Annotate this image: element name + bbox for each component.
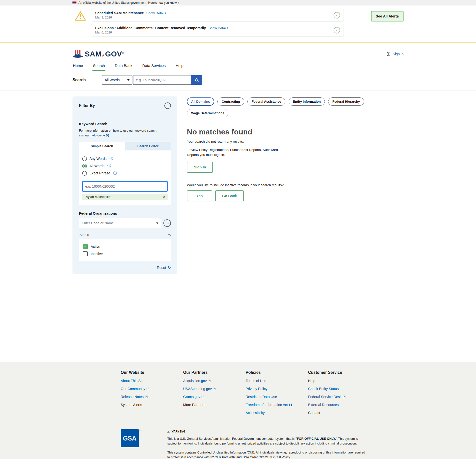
warning-heading: WARNING <box>172 430 185 434</box>
alert-close-button[interactable]: × <box>334 27 340 33</box>
search-submit-button[interactable] <box>191 75 202 85</box>
footer-link-our-community[interactable]: Our Community <box>121 387 183 391</box>
radio-label: Any Words <box>89 157 106 161</box>
nav-item-home[interactable]: Home <box>72 61 83 71</box>
collapse-filters-button[interactable]: − <box>164 102 171 109</box>
pill-all-domains[interactable]: All Domains <box>187 97 214 106</box>
footer-link-label: Freedom of Information Act <box>246 403 288 407</box>
simple-search-body: Any Words ⓘ All Words ⓘ Exact Phrase ⓘ "… <box>79 150 171 205</box>
radio-all-words[interactable]: All Words ⓘ <box>82 164 168 168</box>
footer-link-system-alerts[interactable]: System Alerts <box>121 403 183 407</box>
external-link-icon <box>289 404 292 406</box>
header-sign-in[interactable]: Sign In <box>386 52 404 56</box>
footer-link-contact[interactable]: Contact <box>308 411 371 415</box>
sam-gov-logo[interactable]: SAM★GOV® <box>72 49 124 58</box>
see-all-alerts-button[interactable]: See All Alerts <box>371 11 404 21</box>
inactive-records-question: Would you like to include inactive recor… <box>187 183 404 187</box>
external-link-icon <box>106 134 109 137</box>
footer-link-about-this-site[interactable]: About This Site <box>121 379 183 383</box>
footer-link-acquisition-gov[interactable]: Acquisition.gov <box>183 379 246 383</box>
external-link-icon <box>201 396 204 398</box>
footer-link-check-entity-status[interactable]: Check Entity Status <box>308 387 371 391</box>
nav-item-data-bank[interactable]: Data Bank <box>114 61 133 71</box>
chip-remove-icon[interactable]: × <box>163 195 165 199</box>
info-icon[interactable]: ⓘ <box>113 171 117 175</box>
footer-link-label: External Resources <box>308 403 339 407</box>
sign-in-button[interactable]: Sign In <box>187 162 213 173</box>
registered-mark: ® <box>139 429 141 432</box>
search-scope-select[interactable]: All Words <box>102 75 132 85</box>
tab-simple-search[interactable]: Simple Search <box>79 142 125 150</box>
warning-text-bold: "FOR OFFICIAL USE ONLY." <box>295 437 337 441</box>
info-icon[interactable]: ⓘ <box>107 164 111 168</box>
chevron-down-icon: ▾ <box>178 1 179 4</box>
footer-link-accessibility[interactable]: Accessibility <box>246 411 308 415</box>
footer-link-label: More Partners <box>183 403 205 407</box>
yes-button[interactable]: Yes <box>187 190 212 201</box>
nav-item-help[interactable]: Help <box>175 61 184 71</box>
help-guide-link[interactable]: help guide <box>91 133 109 138</box>
pill-wage-determinations[interactable]: Wage Determinations <box>187 109 228 117</box>
footer-link-usaspending-gov[interactable]: USASpending.gov <box>183 387 246 391</box>
footer-column-heading: Our Partners <box>183 370 246 375</box>
footer-link-label: Acquisition.gov <box>183 379 207 383</box>
global-search-input[interactable] <box>133 75 191 85</box>
minus-icon: − <box>167 104 169 108</box>
warning-block: ⚠ WARNING This is a U.S. General Service… <box>167 429 365 459</box>
warning-icon: ⚠ <box>167 429 170 434</box>
info-icon[interactable]: ⓘ <box>109 156 113 161</box>
gov-banner-link[interactable]: Here’s how you know ▾ <box>148 1 179 4</box>
footer-link-terms-of-use[interactable]: Terms of Use <box>246 379 308 383</box>
checkbox-inactive[interactable]: Inactive <box>83 251 167 256</box>
tab-search-editor[interactable]: Search Editor <box>125 142 171 150</box>
sign-in-label: Sign In <box>393 52 404 56</box>
keyword-search-input[interactable] <box>82 181 168 192</box>
footer-link-label: About This Site <box>121 379 144 383</box>
site-header: SAM★GOV® Sign In <box>72 43 404 59</box>
footer-link-more-partners[interactable]: More Partners <box>183 403 246 407</box>
pill-entity-information[interactable]: Entity Information <box>289 97 325 106</box>
radio-circle-icon <box>82 156 87 161</box>
footer-link-foia[interactable]: Freedom of Information Act <box>246 403 308 407</box>
alert-warning-icon <box>75 11 86 21</box>
go-back-button[interactable]: Go Back <box>215 190 244 201</box>
close-icon: × <box>336 13 338 17</box>
nav-item-search[interactable]: Search <box>92 61 105 71</box>
search-strip-label: Search <box>72 78 102 82</box>
combobox-caret-icon[interactable] <box>156 222 158 224</box>
footer-column-heading: Customer Service <box>308 370 371 375</box>
footer-column-heading: Policies <box>246 370 308 375</box>
keyword-chip: "Aylan Macabalitao" × <box>82 194 168 200</box>
footer-link-grants-gov[interactable]: Grants.gov <box>183 395 246 399</box>
footer-link-external-resources[interactable]: External Resources <box>308 403 371 407</box>
footer-link-federal-service-desk[interactable]: Federal Service Desk <box>308 395 371 399</box>
alert-date: Mar 9, 2026 <box>95 16 329 19</box>
pill-contracting[interactable]: Contracting <box>217 97 244 106</box>
footer-link-label: Terms of Use <box>246 379 266 383</box>
footer-column-policies: Policies Terms of Use Privacy Policy Res… <box>246 370 308 419</box>
alert-show-details-link[interactable]: Show Details <box>146 11 166 15</box>
gov-banner-text: An official website of the United States… <box>78 1 146 4</box>
footer-link-label: Restricted Data Use <box>246 395 277 399</box>
footer-link-privacy-policy[interactable]: Privacy Policy <box>246 387 308 391</box>
footer-link-label: System Alerts <box>121 403 142 407</box>
pill-federal-assistance[interactable]: Federal Assistance <box>247 97 285 106</box>
nav-item-data-services[interactable]: Data Services <box>142 61 166 71</box>
footer-link-release-notes[interactable]: Release Notes <box>121 395 183 399</box>
footer-link-restricted-data-use[interactable]: Restricted Data Use <box>246 395 308 399</box>
reset-filters-link[interactable]: Reset ↻ <box>79 265 171 270</box>
footer-link-help[interactable]: Help <box>308 379 371 383</box>
alert-close-button[interactable]: × <box>334 12 340 18</box>
pill-federal-hierarchy[interactable]: Federal Hierarchy <box>328 97 364 106</box>
no-matches-title: No matches found <box>187 128 404 136</box>
federal-org-input[interactable] <box>79 218 161 228</box>
footer-column-customer-service: Customer Service Help Check Entity Statu… <box>308 370 371 419</box>
star-icon: ★ <box>102 53 105 57</box>
status-accordion-toggle[interactable]: Status <box>79 233 171 237</box>
radio-exact-phrase[interactable]: Exact Phrase ⓘ <box>82 171 168 176</box>
radio-any-words[interactable]: Any Words ⓘ <box>82 156 168 161</box>
alert-show-details-link[interactable]: Show Details <box>208 26 228 30</box>
federal-org-more-button[interactable]: ⋯ <box>163 219 171 227</box>
keyword-search-info: For more information on how to use our k… <box>79 128 161 138</box>
checkbox-active[interactable]: ✓ Active <box>83 244 167 249</box>
